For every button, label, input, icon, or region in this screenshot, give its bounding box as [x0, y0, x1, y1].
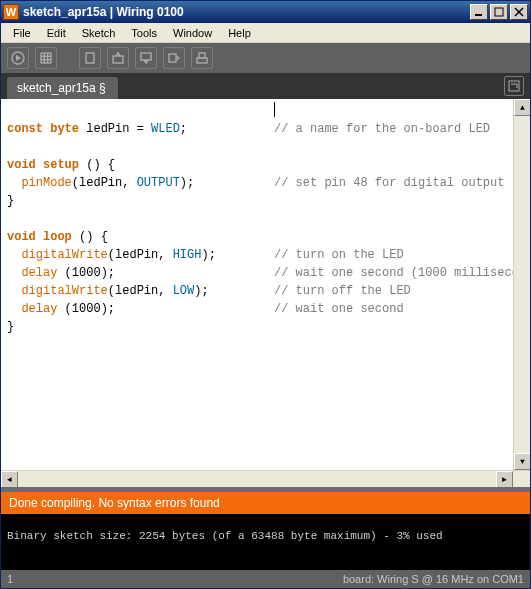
status-bar: Done compiling. No syntax errors found — [1, 492, 530, 514]
horizontal-scrollbar[interactable]: ◄ ► — [1, 470, 530, 487]
save-button[interactable] — [135, 47, 157, 69]
minimize-button[interactable] — [470, 4, 488, 20]
open-button[interactable] — [107, 47, 129, 69]
svg-rect-17 — [169, 54, 176, 62]
footer: 1 board: Wiring S @ 16 MHz on COM1 — [1, 570, 530, 588]
menu-help[interactable]: Help — [220, 25, 259, 41]
console-line: Binary sketch size: 2254 bytes (of a 634… — [7, 530, 443, 542]
svg-rect-16 — [141, 53, 151, 60]
tab-menu-button[interactable] — [504, 76, 524, 96]
svg-rect-14 — [86, 53, 94, 63]
svg-rect-15 — [113, 56, 123, 63]
svg-rect-18 — [197, 58, 207, 63]
run-button[interactable] — [7, 47, 29, 69]
menubar: File Edit Sketch Tools Window Help — [1, 23, 530, 43]
code-editor[interactable]: const byte ledPin = WLED;// a name for t… — [1, 99, 530, 487]
console[interactable]: Binary sketch size: 2254 bytes (of a 634… — [1, 514, 530, 570]
window: W sketch_apr15a | Wiring 0100 File Edit … — [0, 0, 531, 589]
window-title: sketch_apr15a | Wiring 0100 — [23, 5, 468, 19]
line-number: 1 — [7, 573, 13, 585]
export-button[interactable] — [163, 47, 185, 69]
menu-file[interactable]: File — [5, 25, 39, 41]
app-icon: W — [3, 4, 19, 20]
menu-sketch[interactable]: Sketch — [74, 25, 124, 41]
menu-tools[interactable]: Tools — [123, 25, 165, 41]
vertical-scrollbar[interactable]: ▲ ▼ — [513, 99, 530, 470]
toolbar — [1, 43, 530, 73]
serial-button[interactable] — [191, 47, 213, 69]
scroll-up-icon: ▲ — [520, 99, 525, 117]
scroll-right-icon: ► — [502, 471, 507, 488]
menu-edit[interactable]: Edit — [39, 25, 74, 41]
close-button[interactable] — [510, 4, 528, 20]
svg-rect-19 — [199, 53, 205, 58]
board-info: board: Wiring S @ 16 MHz on COM1 — [343, 573, 524, 585]
window-buttons — [468, 4, 528, 20]
svg-rect-1 — [495, 8, 503, 16]
scroll-down-icon: ▼ — [520, 453, 525, 471]
new-button[interactable] — [79, 47, 101, 69]
tabbar: sketch_apr15a § — [1, 73, 530, 99]
tab-sketch[interactable]: sketch_apr15a § — [7, 77, 118, 99]
status-message: Done compiling. No syntax errors found — [9, 496, 220, 510]
text-cursor — [274, 102, 275, 117]
svg-marker-5 — [16, 55, 21, 61]
titlebar[interactable]: W sketch_apr15a | Wiring 0100 — [1, 1, 530, 23]
maximize-button[interactable] — [490, 4, 508, 20]
scroll-left-icon: ◄ — [7, 471, 12, 488]
menu-window[interactable]: Window — [165, 25, 220, 41]
stop-button[interactable] — [35, 47, 57, 69]
